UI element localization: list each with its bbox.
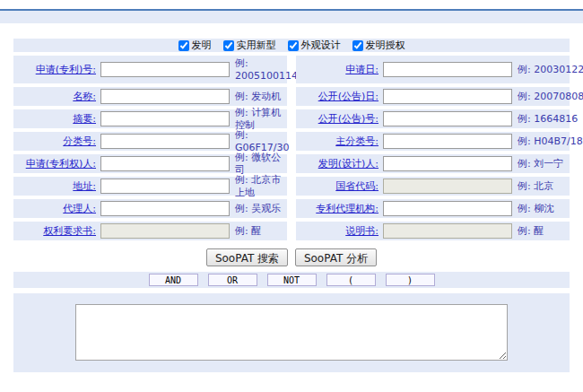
inventor-label-link[interactable]: 发明(设计)人:: [296, 157, 379, 170]
form-row-2: 名称: 例: 发动机 公开(公告)日: 例: 20070808: [13, 87, 570, 106]
publication-date-example: 例: 20070808: [518, 91, 583, 102]
country-province-code-label-link[interactable]: 国省代码:: [296, 179, 379, 193]
classification-input[interactable]: [100, 134, 230, 149]
checkbox-invention-label: 发明: [192, 39, 212, 52]
agency-label-link[interactable]: 专利代理机构:: [296, 202, 379, 215]
application-date-example: 例: 20030122: [518, 64, 583, 75]
publication-date-input[interactable]: [383, 89, 512, 104]
applicant-label-link[interactable]: 申请(专利权)人:: [13, 157, 96, 170]
form-row-5: 申请(专利权)人: 例: 微软公司 发明(设计)人: 例: 刘一宁: [13, 154, 570, 173]
form-row-3: 摘要: 例: 计算机 控制 公开(公告)号: 例: 1664816: [13, 109, 570, 128]
field-abstract: 摘要: 例: 计算机 控制: [13, 109, 287, 128]
country-province-code-input: [383, 179, 512, 194]
field-agency: 专利代理机构: 例: 柳沈: [296, 199, 570, 218]
inventor-input[interactable]: [383, 156, 512, 171]
publication-date-label-link[interactable]: 公开(公告)日:: [296, 90, 379, 103]
soopat-search-button[interactable]: SooPAT 搜索: [206, 248, 288, 266]
operator-close-paren-button[interactable]: ): [386, 274, 435, 286]
address-label-link[interactable]: 地址:: [13, 179, 96, 193]
checkbox-granted-invention[interactable]: 发明授权: [352, 39, 405, 52]
country-province-code-example: 例: 北京: [518, 180, 553, 192]
field-application-date: 申请日: 例: 20030122: [296, 56, 570, 83]
operator-not-button[interactable]: NOT: [267, 274, 317, 286]
field-application-number: 申请(专利)号: 例: 200510011420.0: [13, 56, 287, 83]
title-input[interactable]: [100, 89, 230, 104]
checkbox-design[interactable]: 外观设计: [288, 39, 341, 52]
field-title: 名称: 例: 发动机: [13, 87, 287, 106]
title-example: 例: 发动机: [235, 91, 287, 102]
abstract-input[interactable]: [100, 111, 230, 126]
application-date-label-link[interactable]: 申请日:: [296, 63, 379, 76]
agent-input[interactable]: [100, 201, 230, 216]
main-classification-input[interactable]: [383, 134, 512, 149]
abstract-label-link[interactable]: 摘要:: [13, 112, 96, 126]
classification-example: 例: G06F17/30: [235, 129, 290, 152]
description-input: [383, 223, 512, 239]
field-publication-number: 公开(公告)号: 例: 1664816: [296, 109, 570, 128]
checkbox-utility-model[interactable]: 实用新型: [223, 39, 276, 52]
main-classification-label-link[interactable]: 主分类号:: [296, 135, 379, 148]
checkbox-invention-box[interactable]: [178, 40, 189, 51]
patent-type-row: 发明 实用新型 外观设计 发明授权: [13, 39, 570, 52]
application-number-example: 例: 200510011420.0: [235, 57, 305, 81]
checkbox-granted-invention-label: 发明授权: [366, 39, 405, 52]
checkbox-design-label: 外观设计: [301, 39, 341, 52]
claims-label-link[interactable]: 权利要求书:: [13, 224, 96, 238]
field-classification: 分类号: 例: G06F17/30: [13, 132, 287, 151]
checkbox-design-box[interactable]: [288, 40, 299, 51]
operator-open-paren-button[interactable]: (: [326, 274, 376, 286]
operator-or-button[interactable]: OR: [208, 274, 257, 286]
application-number-label-link[interactable]: 申请(专利)号:: [13, 63, 96, 76]
top-header-bar: [0, 11, 583, 23]
application-number-input[interactable]: [100, 62, 230, 77]
operator-buttons-row: AND OR NOT ( ): [13, 272, 570, 288]
field-main-classification: 主分类号: 例: H04B7/185: [296, 132, 570, 151]
soopat-analyze-button[interactable]: SooPAT 分析: [295, 248, 377, 266]
agent-example: 例: 吴观乐: [235, 203, 287, 214]
field-applicant: 申请(专利权)人: 例: 微软公司: [13, 154, 287, 173]
form-row-4: 分类号: 例: G06F17/30 主分类号: 例: H04B7/185: [13, 132, 570, 151]
checkbox-granted-invention-box[interactable]: [352, 40, 363, 51]
agency-example: 例: 柳沈: [518, 203, 553, 214]
field-publication-date: 公开(公告)日: 例: 20070808: [296, 87, 570, 106]
field-inventor: 发明(设计)人: 例: 刘一宁: [296, 154, 570, 173]
claims-input: [100, 223, 230, 239]
form-row-6: 地址: 例: 北京市上地 国省代码: 例: 北京: [13, 177, 570, 196]
description-example: 例: 醒: [518, 225, 544, 237]
description-label-link[interactable]: 说明书:: [296, 224, 379, 238]
field-country-province-code: 国省代码: 例: 北京: [296, 177, 570, 196]
form-row-1: 申请(专利)号: 例: 200510011420.0 申请日: 例: 20030…: [13, 56, 570, 83]
address-input[interactable]: [100, 179, 230, 194]
search-expression-textarea[interactable]: [75, 304, 508, 361]
publication-number-input[interactable]: [383, 111, 512, 126]
checkbox-utility-model-label: 实用新型: [237, 39, 276, 52]
search-form: 发明 实用新型 外观设计 发明授权 申请(专利)号: 例: 2005100114…: [13, 39, 570, 372]
form-row-8: 权利要求书: 例: 醒 说明书: 例: 醒: [13, 222, 570, 240]
action-buttons-row: SooPAT 搜索 SooPAT 分析: [13, 248, 570, 266]
application-date-input[interactable]: [383, 62, 512, 77]
checkbox-utility-model-box[interactable]: [223, 40, 234, 51]
agency-input[interactable]: [383, 201, 512, 216]
applicant-example: 例: 微软公司: [235, 152, 287, 175]
field-description: 说明书: 例: 醒: [296, 222, 570, 240]
expression-panel: [13, 293, 570, 372]
field-agent: 代理人: 例: 吴观乐: [13, 199, 287, 218]
publication-number-label-link[interactable]: 公开(公告)号:: [296, 112, 379, 126]
main-classification-example: 例: H04B7/185: [518, 135, 583, 147]
operator-and-button[interactable]: AND: [149, 274, 198, 286]
title-label-link[interactable]: 名称:: [13, 90, 96, 103]
agent-label-link[interactable]: 代理人:: [13, 202, 96, 215]
claims-example: 例: 醒: [235, 225, 287, 237]
checkbox-invention[interactable]: 发明: [178, 39, 212, 52]
field-address: 地址: 例: 北京市上地: [13, 177, 287, 196]
field-claims: 权利要求书: 例: 醒: [13, 222, 287, 240]
inventor-example: 例: 刘一宁: [518, 158, 563, 170]
abstract-example: 例: 计算机 控制: [235, 107, 287, 130]
address-example: 例: 北京市上地: [235, 174, 287, 197]
publication-number-example: 例: 1664816: [518, 113, 578, 125]
applicant-input[interactable]: [100, 156, 230, 171]
classification-label-link[interactable]: 分类号:: [13, 135, 96, 148]
form-row-7: 代理人: 例: 吴观乐 专利代理机构: 例: 柳沈: [13, 199, 570, 218]
